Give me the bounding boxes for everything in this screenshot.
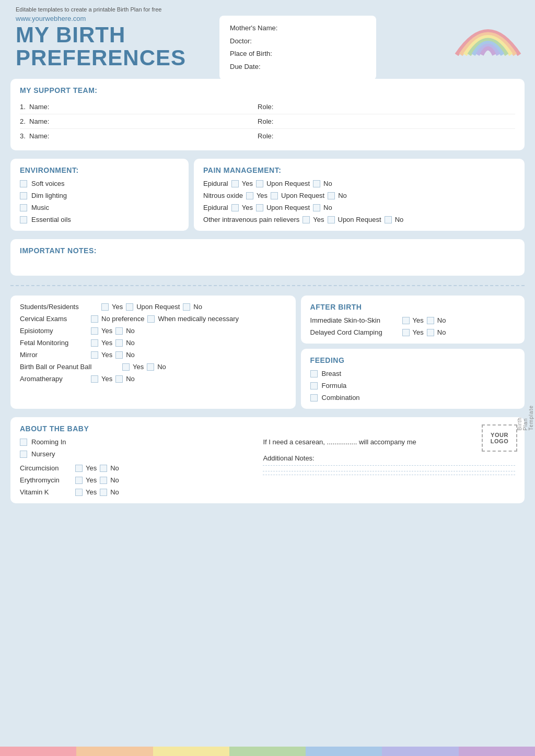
birth-ball-row: Birth Ball or Peanut Ball Yes No (20, 363, 286, 371)
students-row: Students/Residents Yes Upon Request No (20, 303, 286, 311)
students-cb-no[interactable] (183, 303, 190, 311)
middle-right-col: AFTER BIRTH Immediate Skin-to-Skin Yes N… (301, 296, 525, 409)
aroma-cb-no[interactable] (115, 375, 123, 383)
feeding-cb-breast[interactable] (310, 370, 318, 377)
fetal-cb-no[interactable] (115, 339, 123, 347)
rainbow-decoration (451, 5, 525, 57)
vitk-cb-no[interactable] (100, 489, 107, 496)
birthball-cb-yes[interactable] (122, 363, 130, 371)
env-checkbox-soft-voices[interactable] (20, 180, 27, 187)
pain-cb-epidural-2-yes[interactable] (231, 204, 239, 211)
pain-label-epidural-2: Epidural (203, 204, 228, 211)
sts-cb-no[interactable] (427, 317, 434, 324)
pain-opt-epidural-2-no: No (323, 204, 332, 211)
eryth-cb-no[interactable] (100, 477, 107, 484)
pain-cb-epidural-1-yes[interactable] (231, 180, 239, 187)
footer-bar (0, 747, 535, 756)
skin-to-skin-row: Immediate Skin-to-Skin Yes No (310, 316, 515, 324)
vitk-cb-yes[interactable] (75, 489, 83, 496)
pain-opt-nitrous-upon: Upon Request (281, 192, 324, 199)
baby-label-rooming-in: Rooming In (31, 438, 66, 446)
baby-cb-nursery[interactable] (20, 451, 27, 458)
pain-opt-other-iv-upon: Upon Request (338, 216, 381, 223)
birthball-cb-no[interactable] (147, 363, 154, 371)
episiotomy-cb-yes[interactable] (91, 327, 98, 335)
circ-cb-no[interactable] (100, 465, 107, 472)
students-cb-upon[interactable] (126, 303, 133, 311)
cervical-cb-medical[interactable] (147, 315, 155, 323)
baby-item-rooming-in: Rooming In (20, 438, 252, 446)
pain-management-card: PAIN MANAGEMENT: Epidural Yes Upon Reque… (194, 159, 525, 231)
mirror-cb-no[interactable] (115, 351, 123, 359)
pain-row-epidural-2: Epidural Yes Upon Request No (203, 204, 515, 211)
support-3-name-label: Name: (29, 132, 49, 140)
middle-left-card: Students/Residents Yes Upon Request No C… (10, 296, 296, 409)
aromatherapy-label: Aromatherapy (20, 375, 88, 383)
cord-cb-yes[interactable] (402, 329, 410, 336)
support-1-role-label: Role: (258, 103, 273, 111)
eryth-cb-yes[interactable] (75, 477, 83, 484)
footer-seg-1 (0, 747, 76, 756)
fetal-monitoring-row: Fetal Monitoring Yes No (20, 339, 286, 347)
pain-cb-other-iv-no[interactable] (385, 216, 392, 223)
mirror-row: Mirror Yes No (20, 351, 286, 359)
feeding-label-combination: Combination (322, 394, 360, 401)
birthball-opt-no: No (157, 363, 166, 371)
feeding-cb-combination[interactable] (310, 394, 318, 401)
students-label: Students/Residents (20, 303, 98, 311)
sts-cb-yes[interactable] (402, 317, 410, 324)
footer-seg-3 (153, 747, 229, 756)
env-item-essential-oils: Essential oils (20, 216, 179, 223)
side-label: Birth Plan Template (517, 405, 534, 431)
about-baby-card: ABOUT THE BABY YOUR LOGO Rooming In Nurs… (10, 417, 525, 503)
feeding-label-breast: Breast (322, 370, 342, 377)
footer-seg-7 (459, 747, 535, 756)
baby-label-nursery: Nursery (31, 450, 55, 458)
env-checkbox-essential-oils[interactable] (20, 216, 27, 223)
pain-cb-epidural-2-no[interactable] (313, 204, 320, 211)
feeding-label-formula: Formula (322, 382, 347, 389)
pain-cb-nitrous-yes[interactable] (246, 192, 253, 199)
after-birth-title: AFTER BIRTH (310, 303, 515, 311)
pain-label-epidural-1: Epidural (203, 180, 228, 187)
env-item-dim-lighting: Dim lighting (20, 192, 179, 199)
cord-cb-no[interactable] (427, 329, 434, 336)
pain-cb-nitrous-upon[interactable] (271, 192, 278, 199)
environment-card: ENVIRONMENT: Soft voices Dim lighting Mu… (10, 159, 189, 231)
cord-clamping-row: Delayed Cord Clamping Yes No (310, 328, 515, 336)
students-cb-yes[interactable] (101, 303, 109, 311)
pain-cb-nitrous-no[interactable] (328, 192, 335, 199)
mirror-cb-yes[interactable] (91, 351, 98, 359)
env-label-soft-voices: Soft voices (31, 180, 65, 187)
environment-title: ENVIRONMENT: (20, 166, 179, 174)
pain-cb-epidural-2-upon[interactable] (256, 204, 263, 211)
pain-cb-epidural-1-no[interactable] (313, 180, 320, 187)
pain-row-nitrous: Nitrous oxide Yes Upon Request No (203, 192, 515, 199)
pain-cb-other-iv-upon[interactable] (328, 216, 335, 223)
baby-cb-rooming-in[interactable] (20, 439, 27, 446)
mirror-label: Mirror (20, 351, 88, 359)
pain-cb-epidural-1-upon[interactable] (256, 180, 263, 187)
episiotomy-opt-yes: Yes (101, 327, 112, 335)
support-member-1: 1. Name: Role: (20, 100, 515, 114)
eryth-opt-no: No (110, 476, 119, 484)
feeding-cb-formula[interactable] (310, 382, 318, 389)
episiotomy-cb-no[interactable] (115, 327, 123, 335)
pain-opt-epidural-1-upon: Upon Request (266, 180, 310, 187)
support-team-card: MY SUPPORT TEAM: 1. Name: Role: 2. Name:… (10, 79, 525, 150)
support-2-name-label: Name: (29, 117, 49, 125)
support-team-title: MY SUPPORT TEAM: (20, 86, 515, 95)
cervical-cb-no-pref[interactable] (91, 315, 98, 323)
aroma-cb-yes[interactable] (91, 375, 98, 383)
env-pain-section: ENVIRONMENT: Soft voices Dim lighting Mu… (10, 159, 525, 231)
episiotomy-opt-no: No (126, 327, 135, 335)
fetal-cb-yes[interactable] (91, 339, 98, 347)
vitk-opt-no: No (110, 488, 119, 496)
footer-seg-2 (76, 747, 153, 756)
env-checkbox-dim-lighting[interactable] (20, 192, 27, 199)
pain-opt-nitrous-no: No (338, 192, 347, 199)
pain-cb-other-iv-yes[interactable] (303, 216, 310, 223)
circ-cb-yes[interactable] (75, 465, 83, 472)
env-checkbox-music[interactable] (20, 204, 27, 211)
support-2-number: 2. (20, 117, 27, 125)
